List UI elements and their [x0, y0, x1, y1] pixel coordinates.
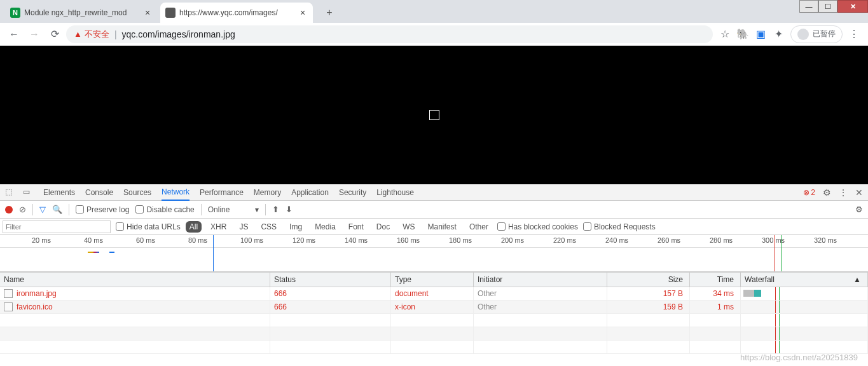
timeline-tick: 260 ms: [658, 236, 680, 244]
search-icon[interactable]: 🔍: [52, 205, 62, 214]
profile-label: 已暂停: [813, 29, 836, 39]
filter-type-all[interactable]: All: [186, 221, 202, 233]
download-icon[interactable]: ⬇: [286, 205, 293, 214]
tab-close-icon[interactable]: ×: [142, 8, 153, 18]
browser-tab-1[interactable]: https://www.yqc.com/images/ ×: [160, 3, 313, 23]
timeline-tick: 320 ms: [814, 236, 837, 244]
nav-forward-button[interactable]: →: [25, 25, 43, 43]
clear-button-icon[interactable]: ⊘: [19, 205, 26, 214]
file-icon: [4, 302, 13, 311]
preserve-log-checkbox[interactable]: Preserve log: [76, 205, 129, 214]
timeline-tick: 140 ms: [345, 236, 368, 244]
tab-close-icon[interactable]: ×: [298, 8, 308, 18]
timeline-tick: 120 ms: [293, 236, 315, 244]
timeline-tick: 220 ms: [553, 236, 576, 244]
col-time[interactable]: Time: [690, 273, 741, 287]
timeline-tick: 80 ms: [188, 236, 207, 244]
tab-title: Module ngx_http_rewrite_mod: [24, 8, 139, 17]
filter-toggle-icon[interactable]: ▽: [39, 205, 46, 214]
network-table-body: ironman.jpg 666 document Other 157 B 34 …: [0, 287, 868, 354]
timeline-tick: 180 ms: [449, 236, 472, 244]
devtools-tab-elements[interactable]: Elements: [43, 184, 75, 201]
error-icon: ⊗: [803, 188, 809, 197]
hide-data-urls-checkbox[interactable]: Hide data URLs: [116, 222, 181, 231]
col-initiator[interactable]: Initiator: [474, 273, 607, 287]
timeline-tick: 100 ms: [240, 236, 263, 244]
tab-title: https://www.yqc.com/images/: [179, 8, 294, 17]
chevron-down-icon[interactable]: ▾: [255, 205, 259, 214]
tab-strip: N Module ngx_http_rewrite_mod × https://…: [0, 0, 868, 23]
devtools-tab-memory[interactable]: Memory: [254, 184, 281, 201]
new-tab-button[interactable]: +: [320, 4, 338, 22]
nav-back-button[interactable]: ←: [5, 25, 23, 43]
devtools-tab-application[interactable]: Application: [291, 184, 329, 201]
table-row[interactable]: favicon.ico 666 x-icon Other 159 B 1 ms: [0, 301, 868, 314]
warning-icon: ▲: [74, 29, 82, 39]
col-size[interactable]: Size: [607, 273, 690, 287]
upload-icon[interactable]: ⬆: [272, 205, 279, 214]
devtools-tab-console[interactable]: Console: [85, 184, 113, 201]
col-waterfall[interactable]: Waterfall▲: [741, 273, 868, 287]
network-timeline[interactable]: 20 ms40 ms60 ms80 ms100 ms120 ms140 ms16…: [0, 235, 868, 272]
inspect-element-icon[interactable]: ⬚: [5, 187, 15, 198]
window-close-button[interactable]: ✕: [837, 0, 868, 13]
devtools-menu-icon[interactable]: ⋮: [839, 187, 848, 198]
timeline-tick: 280 ms: [710, 236, 733, 244]
devtools-tab-sources[interactable]: Sources: [123, 184, 151, 201]
star-icon[interactable]: ☆: [719, 29, 731, 40]
network-settings-icon[interactable]: ⚙: [855, 205, 863, 214]
url-text: yqc.com/images/ironman.jpg: [122, 29, 235, 39]
filter-type-img[interactable]: Img: [286, 221, 306, 233]
profile-button[interactable]: 已暂停: [790, 25, 843, 43]
table-row-empty: [0, 314, 868, 327]
device-toggle-icon[interactable]: ▭: [23, 187, 33, 198]
col-status[interactable]: Status: [270, 273, 391, 287]
table-row[interactable]: ironman.jpg 666 document Other 157 B 34 …: [0, 287, 868, 301]
filter-type-js[interactable]: JS: [235, 221, 252, 233]
devtools-settings-icon[interactable]: ⚙: [823, 187, 831, 198]
col-type[interactable]: Type: [391, 273, 474, 287]
timeline-domcontent-line: [213, 235, 214, 271]
filter-type-css[interactable]: CSS: [257, 221, 280, 233]
filter-type-ws[interactable]: WS: [399, 221, 418, 233]
col-name[interactable]: Name: [0, 273, 270, 287]
window-minimize-button[interactable]: —: [799, 0, 818, 13]
error-count-badge[interactable]: ⊗ 2: [803, 188, 815, 197]
blocked-requests-checkbox[interactable]: Blocked Requests: [583, 222, 656, 231]
filter-type-media[interactable]: Media: [311, 221, 340, 233]
filter-type-font[interactable]: Font: [345, 221, 368, 233]
devtools-tab-lighthouse[interactable]: Lighthouse: [376, 184, 414, 201]
browser-tab-0[interactable]: N Module ngx_http_rewrite_mod ×: [5, 3, 158, 23]
browser-menu-button[interactable]: ⋮: [845, 25, 863, 43]
blocked-cookies-checkbox[interactable]: Has blocked cookies: [497, 222, 578, 231]
filter-input[interactable]: [3, 220, 111, 233]
file-icon: [4, 289, 13, 298]
filter-type-doc[interactable]: Doc: [373, 221, 394, 233]
evernote-icon[interactable]: 🐘: [737, 29, 748, 40]
nav-reload-button[interactable]: ⟳: [46, 25, 64, 43]
devtools-tab-performance[interactable]: Performance: [200, 184, 244, 201]
timeline-tick: 160 ms: [397, 236, 420, 244]
devtools-tab-security[interactable]: Security: [339, 184, 366, 201]
extensions-puzzle-icon[interactable]: ✦: [773, 29, 784, 40]
record-button[interactable]: [5, 206, 13, 214]
filter-type-other[interactable]: Other: [465, 221, 492, 233]
disable-cache-checkbox[interactable]: Disable cache: [135, 205, 194, 214]
filter-type-xhr[interactable]: XHR: [207, 221, 230, 233]
page-content: [0, 46, 868, 184]
timeline-load-line-green: [781, 235, 782, 271]
address-bar: ← → ⟳ ▲ 不安全 | yqc.com/images/ironman.jpg…: [0, 23, 868, 46]
timeline-bar: [109, 252, 114, 253]
network-filter-bar: Hide data URLs All XHR JS CSS Img Media …: [0, 219, 868, 235]
devtools-close-icon[interactable]: ✕: [855, 187, 863, 198]
extension-blue-icon[interactable]: ▣: [755, 29, 766, 40]
devtools-tab-network[interactable]: Network: [162, 184, 189, 201]
url-separator: |: [114, 29, 117, 39]
url-box[interactable]: ▲ 不安全 | yqc.com/images/ironman.jpg: [66, 25, 713, 43]
throttle-select[interactable]: Online: [208, 205, 230, 214]
filter-type-manifest[interactable]: Manifest: [424, 221, 460, 233]
window-maximize-button[interactable]: ☐: [818, 0, 837, 13]
favicon-image-icon: [165, 8, 176, 18]
sort-icon: ▲: [853, 275, 861, 284]
timeline-tick: 40 ms: [84, 236, 103, 244]
